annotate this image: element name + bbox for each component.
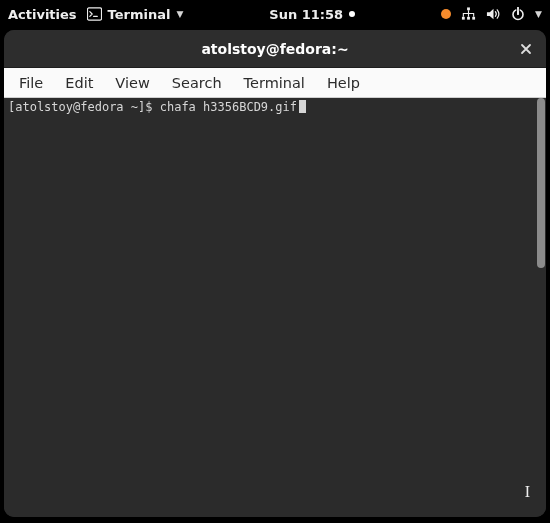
activities-button[interactable]: Activities xyxy=(8,7,77,22)
power-icon[interactable] xyxy=(511,7,525,21)
terminal-body: [atolstoy@fedora ~]$ chafa h3356BCD9.gif… xyxy=(4,98,546,517)
terminal-content[interactable]: [atolstoy@fedora ~]$ chafa h3356BCD9.gif xyxy=(4,98,535,517)
system-menu-chevron-icon[interactable]: ▼ xyxy=(535,9,542,19)
svg-rect-0 xyxy=(87,8,101,20)
terminal-icon xyxy=(87,7,102,21)
svg-rect-4 xyxy=(467,17,470,20)
window-titlebar[interactable]: atolstoy@fedora:~ xyxy=(4,30,546,68)
close-button[interactable] xyxy=(516,39,536,59)
current-app-label: Terminal xyxy=(108,7,171,22)
gnome-top-bar: Activities Terminal ▼ Sun 11:58 xyxy=(0,0,550,28)
text-cursor-icon xyxy=(299,100,306,113)
shell-command: chafa h3356BCD9.gif xyxy=(160,100,297,114)
notification-dot-icon xyxy=(349,11,355,17)
chevron-down-icon: ▼ xyxy=(176,9,183,19)
terminal-window: atolstoy@fedora:~ File Edit View Search … xyxy=(4,30,546,517)
network-icon[interactable] xyxy=(461,7,476,21)
vertical-scrollbar[interactable] xyxy=(535,98,546,517)
close-icon xyxy=(520,43,532,55)
status-indicator-icon[interactable] xyxy=(441,9,451,19)
menu-file[interactable]: File xyxy=(8,71,54,95)
svg-rect-2 xyxy=(467,7,470,10)
menu-edit[interactable]: Edit xyxy=(54,71,104,95)
clock[interactable]: Sun 11:58 xyxy=(269,7,343,22)
svg-rect-5 xyxy=(472,17,475,20)
volume-icon[interactable] xyxy=(486,7,501,21)
current-app-indicator[interactable]: Terminal ▼ xyxy=(87,7,184,22)
window-title: atolstoy@fedora:~ xyxy=(201,41,348,57)
menu-bar: File Edit View Search Terminal Help xyxy=(4,68,546,98)
menu-view[interactable]: View xyxy=(104,71,160,95)
svg-rect-3 xyxy=(462,17,465,20)
menu-help[interactable]: Help xyxy=(316,71,371,95)
shell-prompt: [atolstoy@fedora ~]$ xyxy=(8,100,160,114)
menu-search[interactable]: Search xyxy=(161,71,233,95)
menu-terminal[interactable]: Terminal xyxy=(233,71,316,95)
scrollbar-thumb[interactable] xyxy=(537,98,545,268)
